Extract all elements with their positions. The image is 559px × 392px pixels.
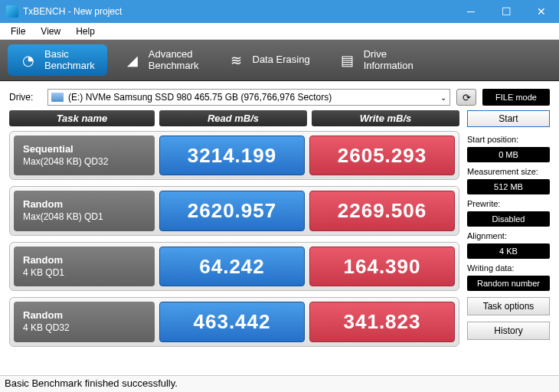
minimize-button[interactable]: ─	[453, 0, 489, 23]
read-value: 64.242	[159, 247, 305, 286]
menu-view[interactable]: View	[33, 24, 68, 38]
result-row: RandomMax(2048 KB) QD12620.9572269.506	[9, 186, 459, 235]
task-params: 4 KB QD32	[23, 322, 145, 335]
app-icon	[6, 5, 18, 18]
menu-file[interactable]: File	[3, 24, 33, 38]
maximize-button[interactable]: ☐	[489, 0, 524, 23]
task-params: Max(2048 KB) QD32	[23, 156, 145, 168]
task-cell[interactable]: SequentialMax(2048 KB) QD32	[14, 136, 155, 175]
drive-icon: ▤	[339, 52, 356, 69]
task-options-button[interactable]: Task options	[467, 297, 550, 315]
tab-drive-information[interactable]: ▤ Drive Information	[327, 44, 426, 76]
drive-value: (E:) NVMe Samsung SSD 980 465.75 GB (976…	[68, 92, 332, 103]
writing-data-label: Writing data:	[467, 263, 550, 273]
write-value: 164.390	[309, 247, 455, 286]
task-params: 4 KB QD1	[23, 267, 145, 279]
tab-data-erasing[interactable]: ≋ Data Erasing	[216, 47, 322, 74]
write-value: 2269.506	[309, 191, 455, 230]
alignment-label: Alignment:	[467, 231, 550, 240]
start-position-label: Start position:	[467, 135, 550, 144]
result-row: Random4 KB QD32463.442341.823	[9, 297, 459, 346]
erase-icon: ≋	[228, 52, 245, 69]
file-mode-button[interactable]: FILE mode	[482, 89, 550, 106]
header-read: Read mB/s	[159, 110, 307, 126]
task-cell[interactable]: Random4 KB QD32	[14, 302, 155, 341]
task-name: Random	[23, 198, 145, 211]
result-row: SequentialMax(2048 KB) QD323214.1992605.…	[9, 131, 459, 180]
refresh-icon: ⟳	[463, 92, 471, 103]
task-params: Max(2048 KB) QD1	[23, 211, 145, 224]
write-value: 2605.293	[309, 136, 455, 175]
tabbar: ◔ Basic Benchmark ◢ Advanced Benchmark ≋…	[0, 40, 559, 81]
drive-label: Drive:	[9, 92, 41, 103]
tab-basic-benchmark[interactable]: ◔ Basic Benchmark	[8, 44, 107, 76]
drive-controls: Drive: (E:) NVMe Samsung SSD 980 465.75 …	[0, 81, 559, 110]
write-value: 341.823	[309, 302, 455, 341]
menubar: File View Help	[0, 23, 559, 40]
drive-select[interactable]: (E:) NVMe Samsung SSD 980 465.75 GB (976…	[47, 89, 450, 106]
writing-data-value[interactable]: Random number	[467, 276, 550, 291]
titlebar: TxBENCH - New project ─ ☐ ✕	[0, 0, 559, 23]
task-name: Sequential	[23, 143, 145, 156]
prewrite-label: Prewrite:	[467, 199, 550, 208]
results-panel: Task name Read mB/s Write mB/s Sequentia…	[9, 110, 459, 353]
start-position-value[interactable]: 0 MB	[467, 147, 550, 162]
prewrite-value[interactable]: Disabled	[467, 211, 550, 227]
start-button[interactable]: Start	[467, 110, 550, 127]
chart-icon: ◢	[124, 52, 141, 69]
read-value: 3214.199	[159, 136, 305, 175]
task-name: Random	[23, 309, 145, 322]
alignment-value[interactable]: 4 KB	[467, 243, 550, 259]
task-cell[interactable]: Random4 KB QD1	[14, 247, 155, 286]
task-cell[interactable]: RandomMax(2048 KB) QD1	[14, 191, 155, 230]
side-panel: Start Start position: 0 MB Measurement s…	[467, 110, 550, 353]
measurement-size-label: Measurement size:	[467, 167, 550, 176]
status-bar: Basic Benchmark finished successfully.	[0, 375, 559, 392]
result-row: Random4 KB QD164.242164.390	[9, 242, 459, 291]
read-value: 2620.957	[159, 191, 305, 230]
read-value: 463.442	[159, 302, 305, 341]
disk-icon	[51, 93, 64, 102]
window-title: TxBENCH - New project	[23, 6, 122, 17]
header-write: Write mB/s	[312, 110, 459, 126]
history-button[interactable]: History	[467, 322, 550, 340]
chevron-down-icon: ⌄	[440, 93, 446, 102]
menu-help[interactable]: Help	[68, 24, 103, 38]
close-button[interactable]: ✕	[524, 0, 559, 23]
refresh-button[interactable]: ⟳	[456, 89, 476, 106]
header-task: Task name	[9, 110, 155, 126]
tab-advanced-benchmark[interactable]: ◢ Advanced Benchmark	[112, 44, 211, 76]
task-name: Random	[23, 254, 145, 267]
gauge-icon: ◔	[20, 52, 37, 69]
measurement-size-value[interactable]: 512 MB	[467, 179, 550, 194]
